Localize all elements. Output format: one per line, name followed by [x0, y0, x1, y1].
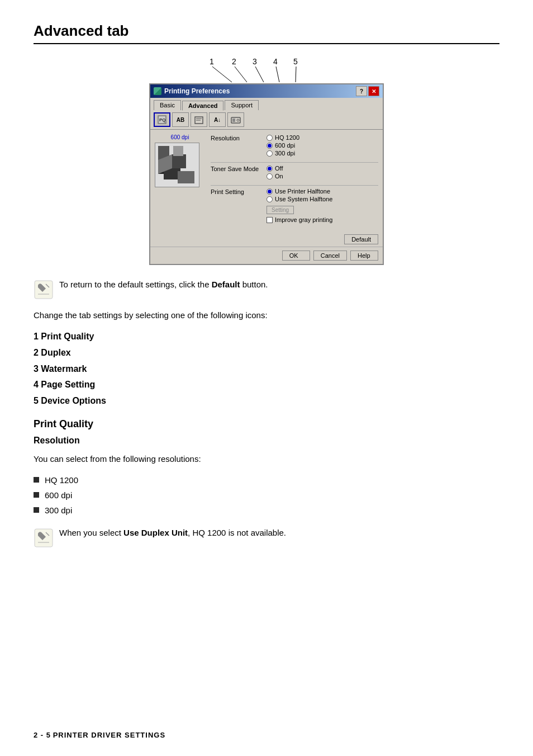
resolution-600dpi-option[interactable]: 600 dpi — [266, 142, 378, 149]
setting-button[interactable]: Setting — [266, 206, 294, 214]
bullet-600dpi-text: 600 dpi — [45, 488, 72, 503]
duplex-icon-label: AB — [177, 117, 184, 123]
toner-on-option[interactable]: On — [266, 173, 378, 179]
footer-section: PRINTER DRIVER SETTINGS — [53, 731, 165, 739]
numbered-item-5: 5 Device Options — [34, 393, 499, 409]
use-printer-halftone-option[interactable]: Use Printer Halftone — [266, 188, 378, 195]
toolbar-print-quality-btn[interactable]: PQ — [154, 112, 170, 127]
svg-text:3: 3 — [253, 57, 257, 66]
print-setting-row: Print Setting Use Printer Halftone Use S… — [211, 188, 378, 223]
toolbar-page-setting-btn[interactable]: A↓ — [209, 112, 226, 127]
toner-save-label: Toner Save Mode — [211, 165, 266, 172]
use-system-halftone-label: Use System Halftone — [275, 196, 332, 202]
settings-area: Resolution HQ 1200 600 dpi 300 dpi — [211, 134, 378, 228]
resolution-600dpi-radio[interactable] — [266, 143, 273, 149]
dialog-titlebar: Printing Preferences ? ✕ — [150, 84, 383, 98]
numbered-item-4: 4 Page Setting — [34, 377, 499, 393]
use-system-halftone-option[interactable]: Use System Halftone — [266, 196, 378, 202]
dialog-toolbar: PQ AB A↓ — [150, 110, 383, 130]
svg-rect-21 — [172, 154, 186, 168]
resolution-300dpi-label: 300 dpi — [275, 150, 295, 157]
divider2 — [211, 185, 378, 186]
resolution-desc: You can select from the following resolu… — [34, 452, 499, 466]
toolbar-duplex-btn[interactable]: AB — [172, 112, 189, 127]
resolution-600dpi-label: 600 dpi — [275, 142, 295, 149]
close-titlebar-button[interactable]: ✕ — [368, 86, 379, 96]
svg-line-7 — [276, 67, 279, 82]
svg-rect-17 — [232, 119, 235, 122]
svg-line-1 — [212, 67, 232, 82]
print-quality-heading: Print Quality — [34, 418, 499, 430]
resolution-300dpi-option[interactable]: 300 dpi — [266, 150, 378, 157]
use-printer-halftone-radio[interactable] — [266, 188, 273, 195]
divider1 — [211, 162, 378, 163]
resolution-hq1200-label: HQ 1200 — [275, 134, 299, 141]
toner-off-radio[interactable] — [266, 166, 273, 172]
bullet-300dpi: 300 dpi — [34, 503, 499, 518]
numbered-item-1-label: Print Quality — [41, 332, 94, 341]
numbered-item-5-label: Device Options — [41, 396, 106, 405]
note2-pencil-icon — [34, 528, 54, 548]
page-footer: 2 - 5 PRINTER DRIVER SETTINGS — [34, 731, 499, 739]
toolbar-device-options-btn[interactable] — [227, 112, 244, 127]
preview-area: 600 dpi — [155, 134, 205, 228]
print-quality-icon: PQ — [156, 114, 168, 125]
improve-gray-checkbox[interactable] — [266, 217, 273, 223]
toner-on-radio[interactable] — [266, 173, 273, 179]
titlebar-left: Printing Preferences — [154, 87, 230, 95]
ok-button[interactable]: OK — [282, 251, 310, 261]
svg-text:4: 4 — [273, 57, 278, 66]
use-system-halftone-radio[interactable] — [266, 196, 273, 202]
tab-advanced[interactable]: Advanced — [182, 101, 224, 111]
svg-line-9 — [296, 67, 296, 82]
dialog-screenshot: 1 2 3 4 5 Printing Preferences ? ✕ — [149, 55, 384, 265]
footer-page-num: 2 - 5 — [34, 731, 51, 739]
resolution-bullet-list: HQ 1200 600 dpi 300 dpi — [34, 472, 499, 518]
svg-point-18 — [237, 119, 239, 121]
number-annotations: 1 2 3 4 5 — [149, 55, 384, 83]
bullet-square-1 — [34, 477, 39, 483]
titlebar-buttons: ? ✕ — [356, 86, 379, 96]
bullet-600dpi: 600 dpi — [34, 488, 499, 503]
numbered-item-3: 3 Watermark — [34, 361, 499, 377]
cancel-button[interactable]: Cancel — [313, 251, 347, 261]
toner-on-label: On — [275, 173, 283, 179]
default-button[interactable]: Default — [344, 234, 378, 244]
bullet-square-2 — [34, 492, 39, 498]
printing-preferences-dialog: Printing Preferences ? ✕ Basic Advanced … — [149, 83, 384, 265]
help-titlebar-button[interactable]: ? — [356, 86, 367, 96]
note2-bold: Use Duplex Unit — [123, 528, 188, 537]
tab-basic[interactable]: Basic — [154, 100, 181, 110]
improve-gray-row[interactable]: Improve gray printing — [266, 216, 378, 223]
bullet-300dpi-text: 300 dpi — [45, 503, 72, 518]
numbered-item-3-label: Watermark — [41, 364, 87, 374]
svg-rect-24 — [178, 171, 194, 183]
print-setting-options: Use Printer Halftone Use System Halftone… — [266, 188, 378, 223]
print-setting-label: Print Setting — [211, 188, 266, 195]
tab-support[interactable]: Support — [225, 100, 259, 110]
toolbar-watermark-btn[interactable] — [191, 112, 207, 127]
toner-off-option[interactable]: Off — [266, 165, 378, 172]
body-text: Change the tab settings by selecting one… — [34, 309, 499, 322]
title-divider — [34, 43, 499, 44]
bullet-hq1200: HQ 1200 — [34, 472, 499, 488]
resolution-hq1200-option[interactable]: HQ 1200 — [266, 134, 378, 141]
preview-graphic — [155, 143, 199, 187]
numbered-item-1: 1 Print Quality — [34, 329, 499, 345]
numbered-item-2: 2 Duplex — [34, 345, 499, 361]
help-button[interactable]: Help — [350, 251, 378, 261]
svg-text:1: 1 — [210, 57, 214, 66]
note1-icon — [34, 280, 54, 300]
dialog-footer-top: Default — [150, 232, 383, 247]
svg-line-3 — [235, 67, 247, 82]
numbered-item-2-label: Duplex — [41, 348, 70, 357]
resolution-heading: Resolution — [34, 436, 499, 446]
svg-text:5: 5 — [293, 57, 298, 66]
dialog-title: Printing Preferences — [164, 87, 230, 95]
resolution-hq1200-radio[interactable] — [266, 135, 273, 141]
page-title: Advanced tab — [34, 22, 499, 40]
toner-off-label: Off — [275, 165, 283, 172]
svg-text:PQ: PQ — [159, 117, 166, 122]
note1: To return to the default settings, click… — [34, 278, 499, 300]
resolution-300dpi-radio[interactable] — [266, 150, 273, 157]
